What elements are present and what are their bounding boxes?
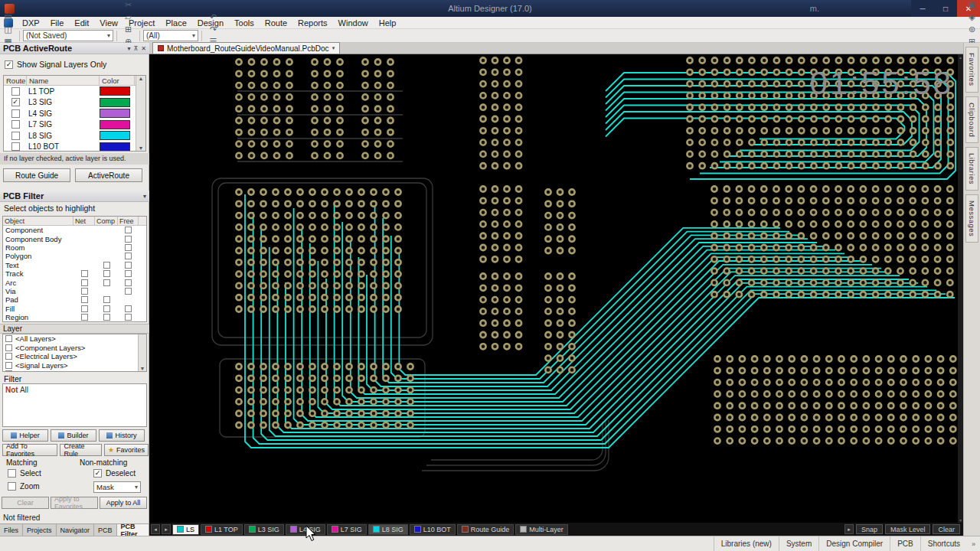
deselect-checkbox[interactable]: ✓ (93, 469, 102, 478)
panel-tab-navigator[interactable]: Navigator (57, 524, 95, 536)
filter-object-row[interactable]: Arc (3, 278, 146, 286)
status-system[interactable]: System (779, 536, 818, 551)
zoom-checkbox[interactable] (8, 482, 16, 491)
menu-tools[interactable]: Tools (229, 18, 260, 28)
menu-view[interactable]: View (94, 18, 123, 28)
scroll-left-icon[interactable]: ◂ (151, 524, 160, 534)
redo-icon[interactable]: ↷ (206, 24, 220, 36)
panel-menu-icon[interactable]: ▾ (143, 193, 146, 200)
menu-file[interactable]: File (45, 18, 70, 28)
route-layer-checkbox[interactable] (11, 120, 20, 129)
via-style-icon[interactable]: ⊚ (965, 24, 979, 36)
table-scrollbar[interactable]: ▲▼ (136, 76, 145, 151)
apply-to-all-button[interactable]: Apply to All (100, 497, 147, 509)
menu-route[interactable]: Route (260, 18, 292, 28)
filter-object-row[interactable]: Region (3, 313, 146, 321)
layer-row[interactable]: L1 TOP (4, 86, 145, 97)
free-checkbox[interactable] (125, 288, 132, 295)
filter-object-row[interactable]: Text (3, 261, 146, 269)
free-checkbox[interactable] (125, 279, 132, 286)
layer-list-item[interactable]: <Electrical Layers> (3, 352, 146, 361)
net-checkbox[interactable] (81, 270, 88, 277)
route-guide-button[interactable]: Route Guide (3, 168, 70, 182)
layer-tab-multi-layer[interactable]: Multi-Layer (515, 524, 568, 535)
open-icon[interactable]: ◫ (1, 24, 15, 36)
layer-checkbox[interactable] (5, 344, 12, 351)
menu-help[interactable]: Help (374, 18, 402, 28)
comp-checkbox[interactable] (103, 314, 110, 321)
free-checkbox[interactable] (125, 244, 132, 251)
close-icon[interactable]: ✕ (141, 45, 146, 52)
free-checkbox[interactable] (125, 236, 132, 243)
free-checkbox[interactable] (125, 314, 132, 321)
route-layer-checkbox[interactable] (11, 132, 20, 140)
builder-button[interactable]: Builder (51, 429, 96, 442)
add-to-favorites-button[interactable]: Add To Favorites (2, 444, 57, 456)
panel-tab-files[interactable]: Files (0, 524, 23, 536)
net-checkbox[interactable] (81, 305, 88, 312)
layer-tab-l3-sig[interactable]: L3 SIG (244, 524, 284, 535)
layer-list-item[interactable]: <All Layers> (3, 334, 146, 344)
layer-checkbox[interactable] (5, 335, 12, 342)
free-checkbox[interactable] (125, 227, 132, 233)
vertical-scrollbar[interactable]: ▴▾ (958, 54, 963, 523)
minimize-button[interactable]: ─ (911, 0, 934, 17)
layer-row[interactable]: L7 SIG (4, 119, 145, 131)
layer-tab-l8-sig[interactable]: L8 SIG (368, 524, 408, 535)
route-layer-checkbox[interactable] (11, 109, 20, 118)
snap-button[interactable]: Snap (856, 524, 883, 534)
mask-dropdown[interactable]: Mask▾ (93, 481, 141, 493)
scope-dropdown[interactable]: (All)▾ (143, 30, 198, 41)
dock-tab-clipboard[interactable]: Clipboard (965, 96, 978, 143)
filter-object-row[interactable]: Via (3, 287, 146, 295)
free-checkbox[interactable] (125, 270, 132, 277)
dock-tab-messages[interactable]: Messages (965, 194, 978, 243)
filter-object-row[interactable]: Component Body (3, 234, 146, 243)
filter-object-row[interactable]: Polygon (3, 252, 146, 260)
layer-checkbox[interactable] (5, 362, 12, 369)
layer-tab-l10-bot[interactable]: L10 BOT (410, 524, 456, 535)
status-design-compiler[interactable]: Design Compiler (818, 536, 890, 551)
mask-level-button[interactable]: Mask Level (885, 524, 931, 534)
layer-checkbox[interactable] (5, 353, 12, 360)
route-layer-checkbox[interactable]: ✓ (11, 98, 20, 106)
layer-row[interactable]: ✓L3 SIG (4, 97, 145, 109)
union-icon[interactable]: ⊞ (121, 24, 136, 36)
overflow-chevron-icon[interactable]: » (967, 540, 980, 548)
net-checkbox[interactable] (81, 288, 88, 295)
comp-checkbox[interactable] (103, 279, 110, 286)
comp-checkbox[interactable] (103, 262, 110, 269)
layer-row[interactable]: L4 SIG (4, 108, 145, 119)
net-checkbox[interactable] (81, 279, 88, 286)
layer-checkbox[interactable] (5, 370, 12, 372)
panel-menu-icon[interactable]: ▾ (127, 45, 130, 52)
pin-icon[interactable]: ⊼ (133, 45, 138, 52)
knife-icon[interactable]: ✂ (121, 0, 136, 11)
room-icon[interactable]: ◈ (965, 11, 979, 24)
align-icon[interactable]: ▣ (965, 0, 979, 11)
layer-row[interactable]: L8 SIG (4, 130, 145, 142)
undo-icon[interactable]: ↶ (206, 11, 220, 24)
comp-checkbox[interactable] (103, 296, 110, 303)
list-scrollbar[interactable]: ▼ (138, 334, 146, 371)
status-libraries-new-[interactable]: Libraries (new) (714, 536, 779, 551)
pcb-canvas[interactable]: 01:55:58 ▴▾ (149, 54, 963, 523)
pcb-board-view[interactable]: 01:55:58 (149, 54, 963, 523)
saved-state-dropdown[interactable]: (Not Saved)▾ (23, 30, 113, 41)
layer-list-item[interactable]: <Internal Planes> (3, 370, 146, 372)
layer-row[interactable]: L10 BOT (4, 142, 145, 152)
menu-dxp[interactable]: DXP (17, 18, 45, 28)
route-layer-checkbox[interactable] (11, 142, 20, 151)
free-checkbox[interactable] (125, 305, 132, 312)
filter-object-row[interactable]: Room (3, 243, 146, 252)
comp-checkbox[interactable] (103, 270, 110, 277)
filter-object-row[interactable]: Fill (3, 305, 146, 313)
free-checkbox[interactable] (125, 253, 132, 259)
menu-window[interactable]: Window (333, 18, 374, 28)
layer-tab-l1-top[interactable]: L1 TOP (201, 524, 243, 535)
dock-tab-libraries[interactable]: Libraries (965, 147, 978, 191)
menu-place[interactable]: Place (160, 18, 192, 28)
activeroute-button[interactable]: ActiveRoute (75, 168, 142, 182)
panel-tab-projects[interactable]: Projects (23, 524, 57, 536)
free-checkbox[interactable] (125, 262, 132, 269)
